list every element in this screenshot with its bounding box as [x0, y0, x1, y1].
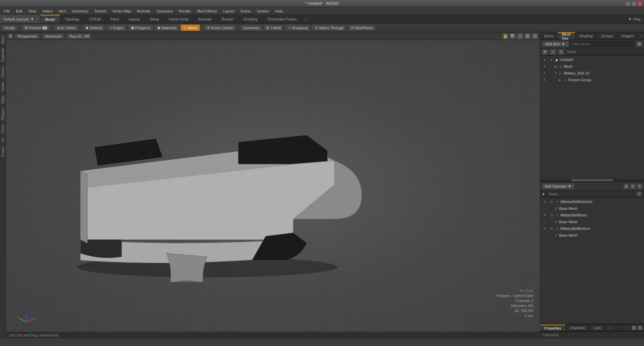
add-tab[interactable]: +	[302, 15, 309, 23]
command-input[interactable]	[560, 333, 641, 337]
add-right-tab[interactable]: +	[638, 32, 644, 39]
menu-render[interactable]: Render	[176, 8, 194, 14]
tab-lists[interactable]: Lists	[590, 325, 606, 331]
filter-items-input[interactable]	[570, 41, 635, 47]
menu-item[interactable]: Item	[56, 8, 68, 14]
menu-scene[interactable]: Scene	[238, 8, 253, 14]
menu-edit[interactable]: Edit	[13, 8, 25, 14]
materials-button[interactable]: ◉ Materials	[154, 24, 180, 31]
eye-icon-base-mesh-3[interactable]: ─	[542, 233, 547, 238]
sidebar-tab-fusion[interactable]: Fusion	[0, 145, 5, 159]
tab-topology[interactable]: Topology	[60, 15, 85, 23]
tree-row-untitled[interactable]: ● ▼ ◆ Untitled*	[540, 56, 644, 63]
tab-shading[interactable]: Shading	[575, 32, 597, 39]
polygons-button[interactable]: ▣ Polygons	[128, 24, 153, 31]
sidebar-tab-edge[interactable]: Edge	[0, 94, 5, 105]
add-bottom-tab[interactable]: +	[605, 325, 613, 331]
bp-expand-btn-2[interactable]: ⊡	[637, 325, 643, 331]
menu-texture[interactable]: Texture	[92, 8, 109, 14]
eye-icon-mesh[interactable]: ●	[542, 64, 547, 69]
ray-gl-button[interactable]: Ray GL: Off	[66, 34, 92, 39]
workplane-button[interactable]: ⊟ WorkPlane	[348, 24, 376, 31]
menu-layout[interactable]: Layout	[220, 8, 237, 14]
eye-icon-untitled[interactable]: ●	[542, 57, 547, 62]
eye-icon-texture-group[interactable]: ●	[542, 77, 547, 83]
view-mode-button[interactable]: Perspective	[15, 34, 40, 39]
tree-row-base-mesh-3[interactable]: ─ ◇ Base Mesh	[540, 232, 644, 239]
sidebar-tab-polygon[interactable]: Polygon	[0, 106, 5, 122]
sidebar-tab-basic[interactable]: Basic	[0, 34, 5, 46]
tab-items[interactable]: Items	[540, 32, 558, 39]
tree-row-belt-base[interactable]: ▼ ▷ ◇ MilitaryBeltBase	[540, 212, 644, 218]
tab-paint[interactable]: Paint	[106, 15, 124, 23]
meshops-btn-3[interactable]: S	[637, 183, 643, 189]
eye-icon-base-mesh-1[interactable]: ─	[542, 206, 547, 211]
arrow-untitled[interactable]: ▼	[550, 58, 554, 62]
menu-geometry[interactable]: Geometry	[69, 8, 91, 14]
tree-row-belt-bottom[interactable]: ▼ ▷ ◇ MilitaryBeltBottom	[540, 225, 644, 232]
falloff-button[interactable]: ◐ Falloff	[263, 24, 284, 31]
viewport-fullscreen-icon[interactable]: ⊡	[532, 33, 538, 39]
eye-icon-military-belt[interactable]: ●	[542, 70, 547, 76]
tab-channels[interactable]: Channels	[565, 325, 589, 331]
menu-vertex-map[interactable]: Vertex Map	[110, 8, 134, 14]
sculpt-button[interactable]: Sculpt	[1, 25, 18, 31]
sidebar-tab-deform[interactable]: Deform	[0, 64, 5, 80]
menu-view[interactable]: View	[26, 8, 39, 14]
viewport-settings-icon[interactable]: ⚙	[525, 33, 531, 39]
snapping-button[interactable]: ⊹ Snapping	[285, 24, 311, 31]
tree-row-mesh[interactable]: ● ▶ ◇ Mesh	[540, 63, 644, 70]
viewport-expand-icon[interactable]: ⊕	[8, 34, 13, 39]
arrow-texture-group[interactable]: ▶	[558, 78, 562, 82]
sidebar-tab-vertex[interactable]: Vertex	[0, 80, 5, 93]
tree-row-texture-group[interactable]: ● ▶ ◇ Texture Group	[540, 77, 644, 83]
tree-row-base-mesh-1[interactable]: ─ ◇ Base Mesh	[540, 205, 644, 212]
meshops-btn-1[interactable]: ⊞	[623, 183, 629, 189]
add-item-button[interactable]: Add Item ▼	[542, 41, 569, 47]
sidebar-tab-curve[interactable]: Curve	[0, 122, 5, 136]
auto-select-button[interactable]: Auto Select	[54, 25, 79, 31]
tab-game-tools[interactable]: Game Tools	[164, 15, 194, 23]
only-button[interactable]: ★ Only	[625, 15, 644, 23]
layout-selector[interactable]: Default Layouts ▼	[0, 15, 40, 23]
sidebar-tab-uv[interactable]: UV	[0, 136, 5, 145]
menu-animate[interactable]: Animate	[134, 8, 153, 14]
menu-dynamics[interactable]: Dynamics	[154, 8, 176, 14]
meshops-add-col-btn[interactable]: +	[637, 191, 642, 197]
eye-icon-belt-notched[interactable]: ▼	[542, 199, 547, 204]
menu-help[interactable]: Help	[273, 8, 286, 14]
items-button[interactable]: ⬡ Items	[181, 24, 200, 31]
viewport-lock-icon[interactable]: 🔒	[502, 33, 508, 39]
maximize-button[interactable]: □	[631, 1, 637, 6]
tab-schematic[interactable]: Schematic Fusion	[263, 15, 302, 23]
close-button[interactable]: ✕	[637, 1, 643, 6]
action-center-button[interactable]: ⊕ Action Center	[204, 24, 236, 31]
arrow-military-belt[interactable]: ▼	[554, 71, 558, 75]
tab-scripting[interactable]: Scripting	[239, 15, 263, 23]
edges-button[interactable]: ◇ Edges	[106, 24, 127, 31]
items-scrollbar-thumb[interactable]	[572, 179, 613, 181]
vertices-button[interactable]: ◆ Vertices	[83, 24, 105, 31]
tree-row-base-mesh-2[interactable]: ─ ◇ Base Mesh	[540, 218, 644, 225]
viewport-snap-icon[interactable]: ⊹	[517, 33, 523, 39]
bp-expand-btn-1[interactable]: ⊞	[631, 325, 637, 331]
add-operator-button[interactable]: Add Operator ▼	[542, 183, 575, 189]
viewport-zoom-icon[interactable]: 🔍	[510, 33, 516, 39]
items-vis-col[interactable]: 👁	[542, 49, 548, 55]
tab-images[interactable]: Images	[617, 32, 638, 39]
symmetry-button[interactable]: Symmetry	[240, 25, 263, 31]
eye-icon-belt-bottom[interactable]: ▼	[542, 226, 547, 231]
tab-animate[interactable]: Animate	[194, 15, 217, 23]
tab-setup[interactable]: Setup	[145, 15, 164, 23]
sidebar-tab-duplicate[interactable]: Duplicate	[0, 46, 5, 64]
eye-icon-base-mesh-2[interactable]: ─	[542, 219, 547, 225]
tab-model[interactable]: Model	[40, 15, 60, 23]
tree-row-belt-notched[interactable]: ▼ ▷ ◇ MilitaryBeltNotched	[540, 198, 644, 205]
menu-select[interactable]: Select	[40, 8, 55, 14]
advanced-button[interactable]: Advanced	[42, 34, 64, 39]
meshops-btn-2[interactable]: G	[630, 183, 636, 189]
items-scrollbar[interactable]	[540, 179, 644, 182]
menu-file[interactable]: File	[1, 8, 13, 14]
tab-render[interactable]: Render	[217, 15, 239, 23]
tab-mesh-ops[interactable]: Mesh Ops	[558, 32, 575, 39]
